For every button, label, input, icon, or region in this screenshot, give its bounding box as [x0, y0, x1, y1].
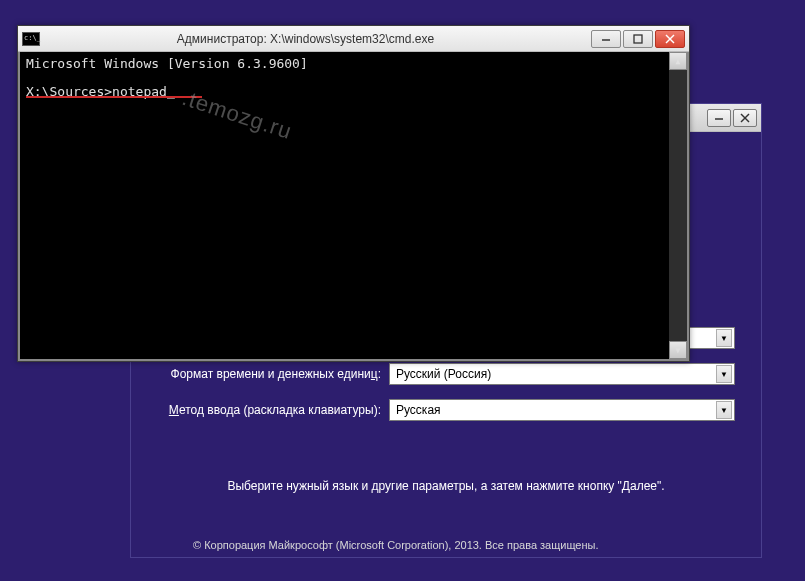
cmd-title: Администратор: X:\windows\system32\cmd.e…: [20, 32, 591, 46]
cmd-icon: [22, 32, 40, 46]
cmd-minimize-button[interactable]: [591, 30, 621, 48]
setup-currency-value: Русский (Россия): [396, 367, 491, 381]
cmd-terminal[interactable]: Microsoft Windows [Version 6.3.9600] X:\…: [18, 52, 689, 361]
cmd-titlebar[interactable]: Администратор: X:\windows\system32\cmd.e…: [18, 26, 689, 52]
cmd-maximize-button[interactable]: [623, 30, 653, 48]
setup-body: ▼ Формат времени и денежных единиц: Русс…: [131, 327, 761, 581]
cmd-window: Администратор: X:\windows\system32\cmd.e…: [17, 25, 690, 362]
setup-keyboard-value: Русская: [396, 403, 441, 417]
minimize-icon: [601, 34, 611, 44]
setup-instruction-text: Выберите нужный язык и другие параметры,…: [157, 479, 735, 493]
scroll-up-button[interactable]: ▲: [669, 52, 687, 70]
setup-close-button[interactable]: [733, 109, 757, 127]
setup-currency-label: Формат времени и денежных единиц:: [157, 367, 389, 381]
setup-keyboard-label: Метод ввода (раскладка клавиатуры):: [157, 403, 389, 417]
cmd-close-button[interactable]: [655, 30, 685, 48]
cmd-scrollbar[interactable]: ▲ ▼: [669, 52, 687, 359]
arrow-up-icon: ▲: [676, 57, 681, 66]
setup-currency-select[interactable]: Русский (Россия) ▼: [389, 363, 735, 385]
close-icon: [740, 113, 750, 123]
cmd-version-line: Microsoft Windows [Version 6.3.9600]: [26, 56, 681, 71]
arrow-down-icon: ▼: [676, 346, 681, 355]
setup-copyright: © Корпорация Майкрософт (Microsoft Corpo…: [157, 539, 735, 551]
annotation-underline: [26, 96, 202, 98]
setup-minimize-button[interactable]: [707, 109, 731, 127]
chevron-down-icon: ▼: [716, 401, 732, 419]
close-icon: [665, 34, 675, 44]
maximize-icon: [633, 34, 643, 44]
svg-rect-4: [634, 35, 642, 43]
scroll-down-button[interactable]: ▼: [669, 341, 687, 359]
chevron-down-icon: ▼: [716, 365, 732, 383]
minimize-icon: [714, 113, 724, 123]
chevron-down-icon: ▼: [716, 329, 732, 347]
setup-keyboard-select[interactable]: Русская ▼: [389, 399, 735, 421]
